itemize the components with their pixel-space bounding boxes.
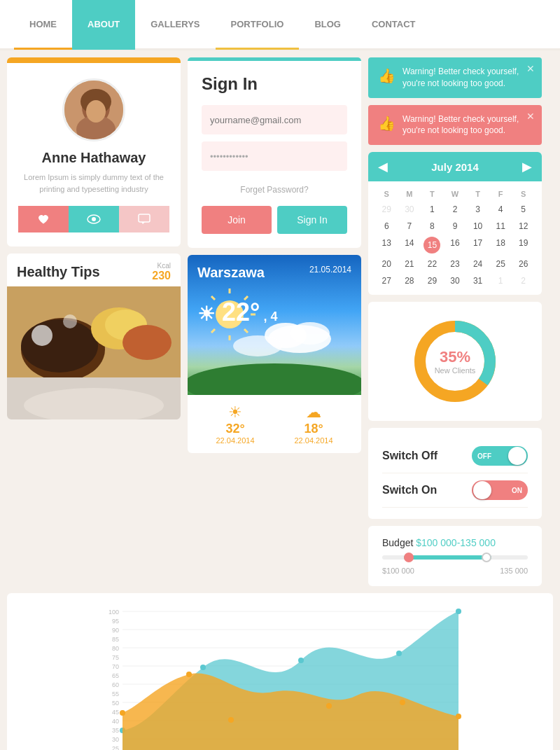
svg-point-64 [200, 665, 206, 670]
calendar-day[interactable]: 22 [421, 256, 444, 272]
calendar-day[interactable]: 27 [375, 272, 398, 289]
budget-thumb-left[interactable] [404, 553, 414, 562]
calendar-card: ◀ July 2014 ▶ S M T W T F S 293012345678… [368, 152, 542, 295]
calendar-next-button[interactable]: ▶ [522, 159, 532, 174]
calendar-day[interactable]: 3 [466, 201, 489, 218]
calendar-day[interactable]: 23 [444, 256, 467, 272]
svg-point-71 [326, 703, 332, 709]
calendar-day[interactable]: 30 [444, 272, 467, 289]
budget-min-label: $100 000 [382, 567, 414, 575]
alert-red-text: Warning! Better check yourself, you're n… [402, 113, 532, 137]
calendar-day[interactable]: 26 [512, 256, 535, 272]
svg-text:90: 90 [112, 627, 119, 634]
calendar-day[interactable]: 18 [489, 235, 512, 256]
forecast-cloud-icon: ☁ [294, 403, 332, 422]
signin-button[interactable]: Sign In [277, 206, 347, 234]
calendar-day[interactable]: 16 [444, 235, 467, 256]
nav-portfolio[interactable]: PORTFOLIO [216, 0, 300, 50]
signin-card: Sign In Forget Password? Join Sign In [188, 57, 361, 248]
calendar-day[interactable]: 25 [489, 256, 512, 272]
healthy-title: Healthy Tips [17, 264, 100, 280]
svg-text:45: 45 [112, 709, 119, 716]
calendar-day[interactable]: 21 [398, 256, 421, 272]
calendar-day[interactable]: 1 [421, 201, 444, 218]
profile-heart-button[interactable] [18, 206, 69, 232]
weather-date: 21.05.2014 [309, 265, 351, 275]
left-column: Anne Hathaway Lorem Ipsum is simply dumm… [7, 57, 181, 586]
calendar-day[interactable]: 10 [466, 218, 489, 235]
healthy-second-image [7, 377, 181, 419]
calendar-day[interactable]: 29 [375, 201, 398, 218]
svg-text:55: 55 [112, 690, 119, 697]
forgot-password-link[interactable]: Forget Password? [202, 185, 347, 195]
calendar-day[interactable]: 29 [421, 272, 444, 289]
svg-text:65: 65 [112, 672, 119, 679]
switch-on-toggle[interactable]: ON [472, 480, 528, 500]
email-input[interactable] [202, 105, 347, 134]
nav-blog[interactable]: BLOG [299, 0, 356, 50]
weather-overlay: Warszawa 21.05.2014 ☀ 22° , 4 [188, 255, 361, 395]
calendar-day[interactable]: 15 [421, 235, 444, 256]
calendar-dow: S M T W T F S [375, 187, 535, 201]
svg-point-6 [92, 217, 96, 221]
healthy-food-image [7, 286, 181, 377]
budget-max-label: 135 000 [500, 567, 528, 575]
healthy-header: Healthy Tips Kcal 230 [7, 254, 181, 286]
calendar-day[interactable]: 5 [512, 201, 535, 218]
calendar-day[interactable]: 12 [512, 218, 535, 235]
calendar-day[interactable]: 19 [512, 235, 535, 256]
calendar-day[interactable]: 6 [375, 218, 398, 235]
switch-on-row: Switch On ON [382, 473, 528, 508]
nav-gallerys[interactable]: GALLERYS [135, 0, 215, 50]
nav-about[interactable]: ABOUT [72, 0, 135, 50]
svg-point-73 [456, 714, 461, 719]
calendar-day[interactable]: 1 [489, 272, 512, 289]
calendar-day[interactable]: 17 [466, 235, 489, 256]
mid-column: Sign In Forget Password? Join Sign In [188, 57, 361, 586]
calendar-day[interactable]: 4 [489, 201, 512, 218]
calendar-day[interactable]: 2 [444, 201, 467, 218]
calendar-header: ◀ July 2014 ▶ [368, 152, 542, 181]
donut-label: 35% New Clients [435, 348, 476, 375]
calendar-day[interactable]: 11 [489, 218, 512, 235]
switch-off-toggle[interactable]: OFF [472, 446, 528, 466]
svg-text:30: 30 [112, 736, 119, 743]
calendar-day[interactable]: 13 [375, 235, 398, 256]
nav-home[interactable]: HOME [14, 0, 72, 50]
join-button[interactable]: Join [202, 206, 272, 234]
calendar-day[interactable]: 24 [466, 256, 489, 272]
calendar-day[interactable]: 9 [444, 218, 467, 235]
alert-red: 👍 Warning! Better check yourself, you're… [368, 105, 542, 146]
calendar-day[interactable]: 28 [398, 272, 421, 289]
profile-description: Lorem Ipsum is simply dummy text of the … [18, 172, 169, 195]
weather-city: Warszawa [197, 265, 265, 280]
donut-chart: 35% New Clients [410, 316, 500, 407]
svg-point-4 [86, 100, 106, 123]
calendar-prev-button[interactable]: ◀ [378, 159, 388, 174]
svg-text:100: 100 [108, 609, 119, 616]
profile-actions [18, 206, 169, 232]
password-input[interactable] [202, 141, 347, 171]
budget-slider-fill [404, 555, 491, 560]
profile-eye-button[interactable] [69, 206, 119, 232]
calendar-day[interactable]: 20 [375, 256, 398, 272]
calendar-day[interactable]: 2 [512, 272, 535, 289]
switch-on-thumb [473, 481, 491, 499]
svg-text:60: 60 [112, 681, 119, 688]
budget-thumb-right[interactable] [482, 553, 491, 562]
alert-red-close[interactable]: ✕ [526, 111, 535, 122]
calendar-day[interactable]: 31 [466, 272, 489, 289]
svg-text:25: 25 [112, 745, 119, 750]
area-chart-card: 100 95 90 85 80 75 70 65 60 55 50 45 40 … [7, 593, 553, 750]
alert-green-close[interactable]: ✕ [526, 63, 535, 74]
alert-green-icon: 👍 [378, 67, 396, 84]
calendar-day[interactable]: 7 [398, 218, 421, 235]
calendar-day[interactable]: 8 [421, 218, 444, 235]
profile-chat-button[interactable] [119, 206, 169, 232]
svg-text:70: 70 [112, 663, 119, 670]
svg-text:95: 95 [112, 618, 119, 625]
alert-red-icon: 👍 [378, 115, 396, 132]
calendar-day[interactable]: 14 [398, 235, 421, 256]
nav-contact[interactable]: CONTACT [356, 0, 431, 50]
calendar-day[interactable]: 30 [398, 201, 421, 218]
